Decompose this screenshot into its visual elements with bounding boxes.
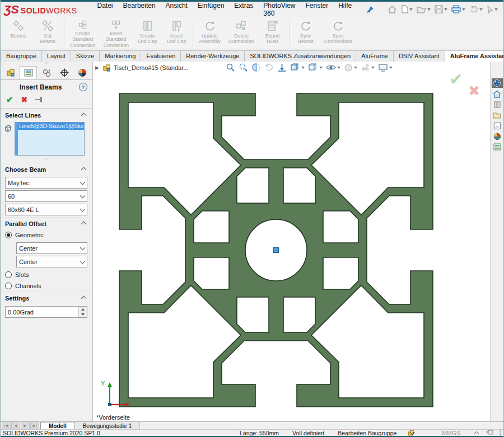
tab-modell[interactable]: Modell	[40, 422, 75, 430]
selection-listbox-wrap: Linie5@3D-Skizze1@Sketch-1	[15, 122, 85, 156]
tab-aluframe-assistant[interactable]: AluFrame Assistant	[445, 50, 504, 62]
vendor-dropdown[interactable]: MayTec	[5, 177, 87, 189]
channels-radio[interactable]	[5, 283, 12, 289]
display-manager-icon[interactable]	[55, 66, 73, 79]
panel-help-icon[interactable]: ?	[79, 83, 87, 91]
collapse-chevron-icon	[81, 112, 87, 118]
tab-layout[interactable]: Layout	[41, 50, 71, 62]
new-document-icon[interactable]	[400, 4, 414, 15]
prev-tab-button[interactable]: ◀	[11, 422, 20, 429]
tab-dstv-assistant[interactable]: DStV Assistant	[393, 50, 445, 62]
tab-evaluieren[interactable]: Evaluieren	[141, 50, 181, 62]
display-style-icon[interactable]	[308, 63, 323, 72]
next-tab-button[interactable]: ▶	[21, 422, 30, 429]
attach-icon[interactable]	[501, 4, 504, 15]
view-settings-icon[interactable]	[378, 63, 393, 72]
app-version-label: SOLIDWORKS Premium 2020 SP1.0	[3, 430, 100, 436]
section-choose-beam[interactable]: Choose Beam	[1, 163, 92, 175]
apply-scene-icon[interactable]	[361, 63, 375, 72]
zoom-fit-icon[interactable]	[226, 63, 235, 72]
home-icon[interactable]	[492, 89, 503, 98]
tab-aluframe[interactable]: AluFrame	[356, 50, 394, 62]
edit-appearance-icon[interactable]	[344, 63, 357, 72]
tag-icon[interactable]	[486, 430, 493, 436]
center-dropdown-2[interactable]: Center	[16, 256, 87, 267]
cancel-button[interactable]: ✖	[21, 95, 28, 104]
section-settings[interactable]: Settings	[1, 292, 92, 304]
section-parallel-offset[interactable]: Parallel Offset	[1, 217, 92, 229]
ribbon-toolbar: Beams Cut Beams Create Standard Connecti…	[1, 17, 503, 49]
insert-standard-connection-button[interactable]: Insert Standard Connection	[100, 17, 133, 49]
collapse-chevron-icon	[81, 295, 87, 301]
view-palette-icon[interactable]	[492, 121, 503, 130]
tab-zusatzanwendungen[interactable]: SOLIDWORKS Zusatzanwendungen	[244, 50, 356, 62]
tab-baugruppe[interactable]: Baugruppe	[1, 50, 42, 62]
edit-assembly-icon[interactable]	[408, 430, 415, 436]
view-orientation-icon[interactable]	[290, 63, 305, 72]
tab-navigation-buttons: |◀ ◀ ▶ ▶|	[1, 422, 40, 430]
spin-down-button[interactable]	[79, 312, 87, 318]
insert-end-cap-button[interactable]: Insert End Cap	[162, 17, 191, 49]
center-dropdown-1[interactable]: Center	[16, 242, 87, 254]
graphics-viewport[interactable]: ▶ Tisch_Demo#15 (Standar... ✔ ✖	[93, 62, 490, 421]
ok-button[interactable]: ✔	[6, 95, 13, 105]
update-assembly-button[interactable]: Update Assembly	[195, 17, 225, 49]
tab-markierung[interactable]: Markierung	[99, 50, 141, 62]
tab-render-werkzeuge[interactable]: Render-Werkzeuge	[180, 50, 245, 62]
normal-to-icon[interactable]	[277, 63, 287, 72]
home-icon[interactable]	[386, 4, 398, 15]
pin-panel-icon[interactable]	[35, 97, 43, 102]
confirmation-accept-icon[interactable]: ✔	[449, 69, 463, 89]
open-icon[interactable]	[416, 4, 432, 15]
first-tab-button[interactable]: |◀	[2, 422, 11, 429]
units-status[interactable]: MMGS	[442, 430, 460, 436]
expand-tree-icon[interactable]: ▶	[95, 65, 99, 71]
resize-grip[interactable]: ●● ●	[497, 430, 501, 436]
last-tab-button[interactable]: ▶|	[30, 422, 39, 429]
appearance-manager-icon[interactable]	[73, 66, 91, 79]
selection-listbox[interactable]: Linie5@3D-Skizze1@Sketch-1	[17, 122, 85, 156]
save-icon[interactable]	[433, 4, 449, 15]
status-expand-icon[interactable]	[474, 431, 479, 435]
selected-sketch-point[interactable]	[274, 248, 279, 253]
beam-profile-cross-section[interactable]	[93, 62, 490, 421]
sync-beams-button[interactable]: Sync Beams	[291, 17, 320, 49]
sync-connections-button[interactable]: Sync Connections	[320, 17, 356, 49]
listbox-resize-handle[interactable]: ○	[1, 157, 92, 161]
section-view-icon[interactable]	[251, 63, 261, 72]
slots-radio[interactable]	[5, 271, 12, 278]
property-manager-icon[interactable]	[20, 66, 37, 79]
delete-connection-button[interactable]: Delete Connection	[225, 17, 258, 49]
design-library-icon[interactable]	[492, 100, 503, 109]
section-select-lines[interactable]: Select Lines	[1, 109, 92, 121]
export-bom-button[interactable]: Export BOM	[258, 17, 287, 49]
hide-show-items-icon[interactable]	[326, 63, 340, 72]
custom-properties-icon[interactable]	[492, 142, 503, 152]
undo-icon[interactable]	[468, 4, 484, 14]
confirmation-cancel-icon[interactable]: ✖	[468, 83, 480, 99]
solidworks-resources-icon[interactable]	[492, 78, 503, 88]
appearances-icon[interactable]	[492, 131, 503, 141]
tab-bewegungsstudie[interactable]: Bewegungsstudie 1	[75, 422, 140, 430]
select-cursor-icon[interactable]	[486, 4, 499, 15]
profile-dropdown[interactable]: 60x60 4E L	[5, 204, 87, 215]
beams-button[interactable]: Beams	[4, 17, 33, 49]
assembly-manager-icon[interactable]	[2, 66, 19, 79]
file-explorer-icon[interactable]	[492, 110, 503, 120]
cut-beams-button[interactable]: Cut Beams	[33, 17, 62, 49]
geometric-radio[interactable]	[5, 232, 12, 238]
pin-menu-icon[interactable]	[366, 6, 374, 13]
tab-skizze[interactable]: Skizze	[71, 50, 100, 62]
task-pane-strip	[490, 62, 503, 421]
create-standard-connection-button[interactable]: Create Standard Connection	[66, 17, 100, 49]
print-icon[interactable]	[450, 4, 466, 15]
zoom-area-icon[interactable]	[239, 63, 248, 72]
size-dropdown[interactable]: 60	[5, 190, 87, 202]
previous-view-icon[interactable]	[264, 63, 274, 72]
create-end-cap-button[interactable]: Create End Cap	[133, 17, 162, 49]
selected-line-item[interactable]: Linie5@3D-Skizze1@Sketch-1	[18, 123, 84, 130]
angle-value[interactable]: 0.00Grad	[6, 307, 78, 317]
configuration-manager-icon[interactable]	[38, 66, 55, 79]
spin-up-button[interactable]	[79, 307, 87, 312]
angle-spinbox[interactable]: 0.00Grad	[5, 306, 87, 318]
